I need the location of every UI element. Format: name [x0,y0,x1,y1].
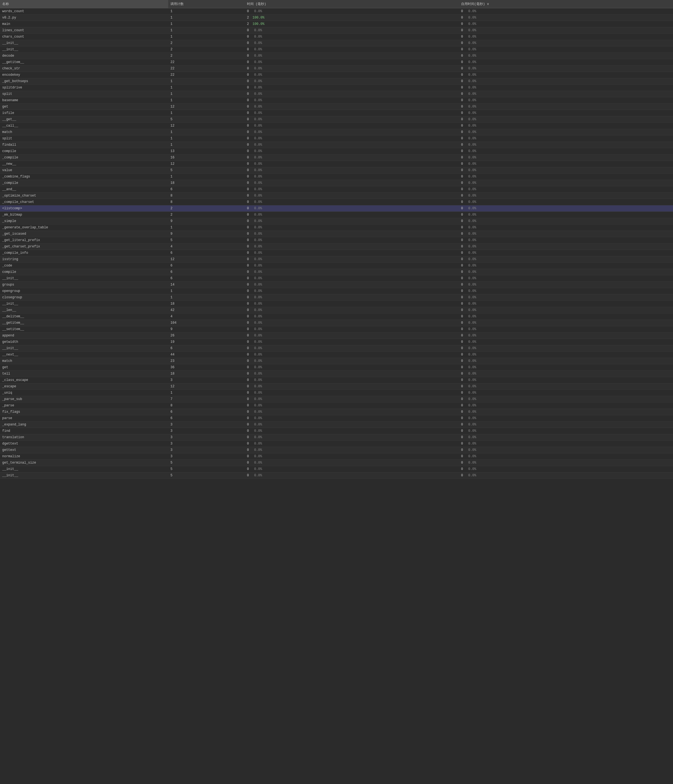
table-row[interactable]: lines_count100.0%00.0% [0,27,673,34]
table-row[interactable]: main12100.0%00.0% [0,21,673,27]
time-percent: 0.0% [254,296,262,299]
table-row[interactable]: __len__4200.0%00.0% [0,307,673,314]
table-row[interactable]: __init__500.0%00.0% [0,473,673,479]
table-row[interactable]: __init__500.0%00.0% [0,466,673,473]
table-row[interactable]: __init__600.0%00.0% [0,345,673,352]
time-percent: 0.0% [254,391,262,395]
table-row[interactable]: __getitem__10400.0%00.0% [0,320,673,326]
table-row[interactable]: findall100.0%00.0% [0,142,673,148]
table-row[interactable]: __new__1200.0%00.0% [0,161,673,167]
table-row[interactable]: __next__4400.0%00.0% [0,352,673,358]
table-row[interactable]: opengroup100.0%00.0% [0,288,673,294]
table-row[interactable]: v0.2.py12100.0%00.0% [0,15,673,21]
time-percent: 0.0% [254,442,262,446]
time-percent: 0.0% [254,416,262,420]
table-row[interactable]: _parse800.0%00.0% [0,403,673,409]
table-row[interactable]: _expand_lang300.0%00.0% [0,422,673,428]
table-row[interactable]: get1200.0%00.0% [0,104,673,110]
table-row[interactable]: gettext300.0%00.0% [0,447,673,453]
table-row[interactable]: encodekey2200.0%00.0% [0,72,673,78]
table-row[interactable]: append2600.0%00.0% [0,333,673,339]
cell-name: __next__ [0,352,168,358]
cell-time: 00.0% [245,91,459,97]
table-row[interactable]: get3600.0%00.0% [0,364,673,371]
table-row[interactable]: compile600.0%00.0% [0,269,673,275]
cell-self-time: 00.0% [459,212,673,218]
table-row[interactable]: _parse_sub700.0%00.0% [0,396,673,403]
table-row[interactable]: parse600.0%00.0% [0,415,673,422]
table-row[interactable]: find300.0%00.0% [0,428,673,434]
table-row[interactable]: basename100.0%00.0% [0,97,673,104]
table-row[interactable]: compile1300.0%00.0% [0,148,673,154]
table-row[interactable]: _escape1200.0%00.0% [0,383,673,390]
table-row[interactable]: get_terminal_size500.0%00.0% [0,460,673,466]
table-row[interactable]: _generate_overlap_table100.0%00.0% [0,224,673,231]
table-row[interactable]: fix_flags600.0%00.0% [0,409,673,415]
table-row[interactable]: normalize300.0%00.0% [0,453,673,460]
col-header-time[interactable]: 时间 (毫秒) [245,0,459,8]
cell-name: _get_bothseps [0,78,168,85]
table-row[interactable]: tell1800.0%00.0% [0,371,673,377]
table-row[interactable]: _compile1800.0%00.0% [0,180,673,186]
table-row[interactable]: __and__600.0%00.0% [0,186,673,193]
table-row[interactable]: _get_charset_prefix400.0%00.0% [0,244,673,250]
time-percent: 0.0% [254,404,262,408]
table-row[interactable]: _simple900.0%00.0% [0,218,673,224]
table-row[interactable]: _combine_flags100.0%00.0% [0,174,673,180]
self-time-value: 0 [461,73,467,77]
cell-self-time: 00.0% [459,282,673,288]
table-row[interactable]: check_str2200.0%00.0% [0,65,673,72]
table-row[interactable]: chars_count100.0%00.0% [0,34,673,40]
time-percent: 0.0% [254,384,262,389]
self-time-value: 0 [461,232,467,236]
table-row[interactable]: _compile_charset800.0%00.0% [0,199,673,205]
cell-calls: 6 [168,409,245,415]
table-row[interactable]: _class_escape300.0%00.0% [0,377,673,383]
cell-calls: 6 [168,269,245,275]
table-row[interactable]: __setitem__900.0%00.0% [0,326,673,333]
table-row[interactable]: _compile1600.0%00.0% [0,154,673,161]
table-row[interactable]: match100.0%00.0% [0,129,673,135]
table-row[interactable]: __delitem__400.0%00.0% [0,314,673,320]
table-row[interactable]: <listcomp>200.0%00.0% [0,205,673,212]
table-row[interactable]: _code600.0%00.0% [0,263,673,269]
cell-calls: 3 [168,453,245,460]
table-row[interactable]: split100.0%00.0% [0,135,673,142]
table-row[interactable]: translation300.0%00.0% [0,434,673,441]
col-header-name[interactable]: 名称 [0,0,168,8]
table-row[interactable]: getwidth1900.0%00.0% [0,339,673,345]
table-row[interactable]: __get__500.0%00.0% [0,117,673,123]
table-row[interactable]: _uniq100.0%00.0% [0,390,673,396]
self-time-value: 0 [461,48,467,51]
table-row[interactable]: __getitem__2200.0%00.0% [0,59,673,65]
table-row[interactable]: __init__200.0%00.0% [0,47,673,53]
table-row[interactable]: __init__600.0%00.0% [0,275,673,282]
table-row[interactable]: __init__1800.0%00.0% [0,301,673,307]
table-row[interactable]: split100.0%00.0% [0,91,673,97]
table-row[interactable]: _get_literal_prefix500.0%00.0% [0,237,673,244]
table-row[interactable]: _mk_bitmap200.0%00.0% [0,212,673,218]
table-row[interactable]: words_count100.0%00.0% [0,8,673,15]
table-row[interactable]: isstring1200.0%00.0% [0,256,673,263]
table-row[interactable]: isfile100.0%00.0% [0,110,673,117]
self-time-percent: 0.0% [468,238,476,242]
table-row[interactable]: _get_bothseps100.0%00.0% [0,78,673,85]
cell-name: split [0,91,168,97]
table-row[interactable]: _compile_info600.0%00.0% [0,250,673,256]
table-row[interactable]: _optimize_charset800.0%00.0% [0,193,673,199]
table-row[interactable]: decode200.0%00.0% [0,53,673,59]
table-row[interactable]: closegroup100.0%00.0% [0,294,673,301]
col-header-self-time[interactable]: 自用时间(毫秒) ∨ [459,0,673,8]
cell-time: 00.0% [245,65,459,72]
cell-self-time: 00.0% [459,250,673,256]
table-row[interactable]: splitdrive100.0%00.0% [0,85,673,91]
table-row[interactable]: _get_iscased900.0%00.0% [0,231,673,237]
table-row[interactable]: dgettext300.0%00.0% [0,441,673,447]
table-row[interactable]: match2300.0%00.0% [0,358,673,364]
table-row[interactable]: groups1400.0%00.0% [0,282,673,288]
col-header-calls[interactable]: 调用计数 [168,0,245,8]
table-row[interactable]: __init__200.0%00.0% [0,40,673,47]
cell-name: __init__ [0,301,168,307]
table-row[interactable]: __call__1200.0%00.0% [0,123,673,129]
table-row[interactable]: value500.0%00.0% [0,167,673,174]
